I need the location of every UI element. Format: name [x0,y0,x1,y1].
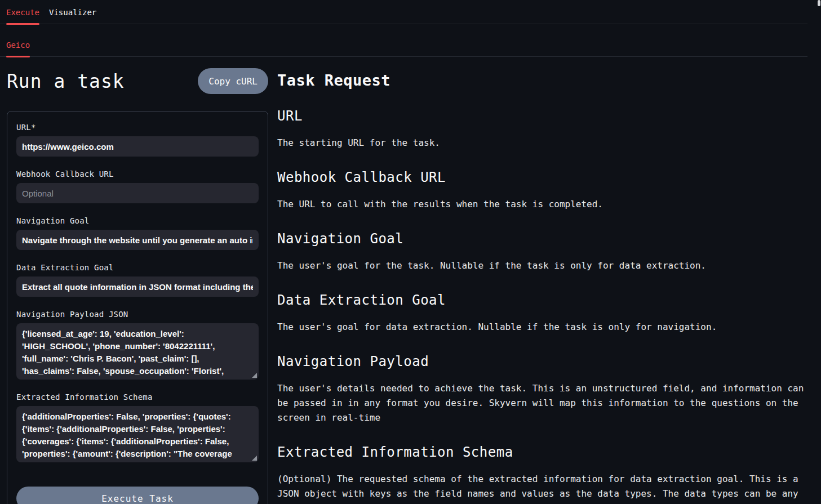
extracted-schema-wrap: {'additionalProperties': False, 'propert… [16,406,259,462]
tab-execute[interactable]: Execute [6,8,39,24]
doc-body-navigation-goal: The user's goal for the task. Nullable i… [277,258,807,273]
execute-task-button[interactable]: Execute Task [16,487,259,504]
navigation-goal-field-group: Navigation Goal [16,216,259,250]
doc-heading-data-extraction-goal: Data Extraction Goal [277,292,807,308]
webhook-label: Webhook Callback URL [16,170,259,179]
tab-visualizer[interactable]: Visualizer [49,8,96,24]
docs-title: Task Request [277,72,807,89]
doc-heading-navigation-payload: Navigation Payload [277,354,807,369]
data-extraction-goal-field-group: Data Extraction Goal [16,263,259,297]
tab-geico[interactable]: Geico [6,41,30,56]
url-input[interactable] [16,136,259,157]
webhook-input[interactable] [16,183,259,203]
main-content: Run a task Copy cURL URL* Webhook Callba… [0,57,821,504]
copy-curl-button[interactable]: Copy cURL [198,68,268,94]
navigation-goal-label: Navigation Goal [16,216,259,225]
resize-handle-icon[interactable] [252,456,257,461]
data-extraction-goal-label: Data Extraction Goal [16,263,259,272]
task-request-docs: Task Request URL The starting URL for th… [277,57,807,504]
url-label: URL* [16,123,259,132]
resize-handle-icon[interactable] [252,373,257,378]
sub-tabbar: Geico [0,41,807,57]
doc-body-navigation-payload: The user's details needed to achieve the… [277,381,807,425]
page-title: Run a task [7,70,125,92]
navigation-payload-label: Navigation Payload JSON [16,310,259,319]
extracted-schema-label: Extracted Information Schema [16,393,259,402]
navigation-payload-textarea[interactable]: {'licensed_at_age': 19, 'education_level… [16,323,259,380]
doc-heading-extracted-schema: Extracted Information Schema [277,444,807,460]
doc-heading-webhook: Webhook Callback URL [277,170,807,185]
data-extraction-goal-input[interactable] [16,276,259,297]
doc-body-url: The starting URL for the task. [277,136,807,150]
navigation-payload-field-group: Navigation Payload JSON {'licensed_at_ag… [16,310,259,380]
doc-heading-navigation-goal: Navigation Goal [277,231,807,247]
extracted-schema-textarea[interactable]: {'additionalProperties': False, 'propert… [16,406,259,462]
page-scrollbar-thumb[interactable] [818,0,820,6]
url-field-group: URL* [16,123,259,157]
main-tabbar: Execute Visualizer [0,0,807,24]
doc-body-extracted-schema: (Optional) The requested schema of the e… [277,472,807,504]
navigation-payload-wrap: {'licensed_at_age': 19, 'education_level… [16,323,259,380]
task-form-panel: Run a task Copy cURL URL* Webhook Callba… [7,57,268,504]
webhook-field-group: Webhook Callback URL [16,170,259,203]
navigation-goal-input[interactable] [16,230,259,250]
doc-body-data-extraction-goal: The user's goal for data extraction. Nul… [277,320,807,334]
form-header: Run a task Copy cURL [7,68,268,94]
doc-heading-url: URL [277,108,807,124]
extracted-schema-field-group: Extracted Information Schema {'additiona… [16,393,259,462]
doc-body-webhook: The URL to call with the results when th… [277,197,807,212]
task-form-card: URL* Webhook Callback URL Navigation Goa… [7,111,268,504]
